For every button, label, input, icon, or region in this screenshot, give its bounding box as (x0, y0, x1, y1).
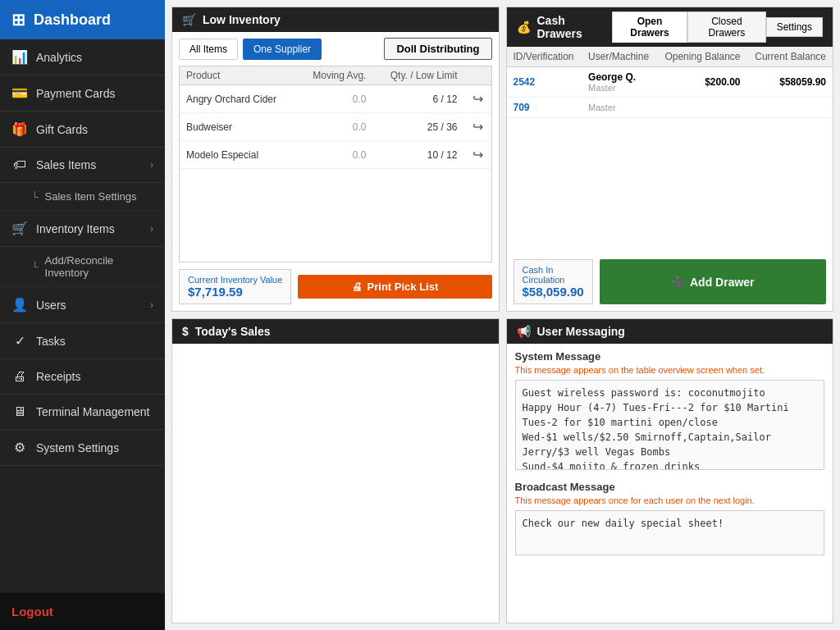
sidebar-item-gift-cards[interactable]: 🎁 Gift Cards (0, 112, 165, 148)
sidebar-header[interactable]: ⊞ Dashboard (0, 0, 165, 39)
moving-avg-cell: 0.0 (297, 85, 372, 113)
product-cell: Angry Orchard Cider (180, 85, 297, 113)
payment-cards-icon: 💳 (11, 85, 28, 101)
chevron-right-icon: › (150, 299, 153, 311)
drawer-user-cell: George Q. Master (582, 67, 657, 98)
tasks-icon: ✓ (11, 333, 28, 349)
one-supplier-button[interactable]: One Supplier (243, 39, 322, 60)
action-cell[interactable]: ↪ (464, 113, 491, 141)
add-icon: ➕ (671, 276, 685, 289)
low-inventory-panel: 🛒 Low Inventory All Items One Supplier D… (171, 7, 500, 312)
action-cell[interactable]: ↪ (464, 85, 491, 113)
sidebar-item-terminal-management[interactable]: 🖥 Terminal Management (0, 395, 165, 430)
drawer-opening-balance-cell (657, 98, 747, 118)
user-messaging-title: User Messaging (537, 325, 625, 338)
sidebar-item-label: Tasks (36, 335, 66, 348)
broadcast-message-hint: This message appears once for each user … (515, 495, 825, 505)
qty-low-limit-cell: 10 / 12 (372, 141, 463, 169)
add-drawer-button[interactable]: ➕ Add Drawer (600, 259, 826, 304)
system-settings-icon: ⚙ (11, 440, 28, 455)
chevron-right-icon: › (150, 159, 153, 171)
dashboard-icon: ⊞ (11, 10, 25, 30)
sidebar-item-payment-cards[interactable]: 💳 Payment Cards (0, 75, 165, 112)
qty-low-limit-cell: 6 / 12 (372, 85, 463, 113)
sidebar-item-label: System Settings (36, 441, 119, 454)
sidebar-item-label: Receipts (36, 370, 80, 383)
cash-drawers-tabs: Open Drawers Closed Drawers Settings (612, 11, 823, 43)
sidebar-item-tasks[interactable]: ✓ Tasks (0, 323, 165, 359)
moving-avg-cell: 0.0 (297, 113, 372, 141)
table-row: Budweiser 0.0 25 / 36 ↪ (180, 113, 491, 141)
table-row: Angry Orchard Cider 0.0 6 / 12 ↪ (180, 85, 491, 113)
drawer-user-cell: Master (582, 98, 657, 118)
sidebar-item-system-settings[interactable]: ⚙ System Settings (0, 430, 165, 466)
sidebar-subitem-add-reconcile[interactable]: └ Add/ReconcileInventory (0, 247, 165, 287)
cash-in-circulation-value: $58,059.90 (523, 285, 584, 299)
sidebar-header-label: Dashboard (34, 11, 111, 29)
low-inventory-header: 🛒 Low Inventory (172, 7, 499, 32)
gift-cards-icon: 🎁 (11, 121, 28, 137)
sidebar-item-inventory-items[interactable]: 🛒 Inventory Items › (0, 211, 165, 247)
system-message-textarea[interactable] (515, 380, 825, 470)
table-row: 2542 George Q. Master $200.00 $58059.90 (507, 67, 833, 98)
receipts-icon: 🖨 (11, 369, 28, 384)
sub-arrow-icon: └ (31, 191, 39, 203)
qty-low-limit-col-header: Qty. / Low Limit (372, 66, 463, 85)
action-col-header (464, 66, 491, 85)
sidebar-subitem-sales-item-settings[interactable]: └ Sales Item Settings (0, 183, 165, 211)
drawer-id-cell: 2542 (507, 67, 582, 98)
broadcast-message-textarea[interactable] (515, 510, 825, 555)
sidebar-item-label: Analytics (36, 51, 82, 64)
sidebar-item-label: Inventory Items (36, 222, 115, 235)
logout-label: Logout (11, 605, 53, 619)
current-inventory-value-label: Current Inventory Value (188, 275, 282, 285)
sub-arrow-icon: └ (31, 261, 39, 272)
tab-settings[interactable]: Settings (766, 17, 823, 37)
print-icon: 🖨 (352, 281, 363, 293)
sidebar-item-label: Terminal Management (36, 405, 150, 418)
low-inventory-title: Low Inventory (203, 13, 281, 26)
user-messaging-body: System Message This message appears on t… (507, 344, 833, 623)
todays-sales-title: Today's Sales (195, 325, 271, 338)
drawer-id-cell: 709 (507, 98, 582, 118)
tab-closed-drawers[interactable]: Closed Drawers (687, 11, 766, 43)
qty-low-limit-cell: 25 / 36 (372, 113, 463, 141)
tab-open-drawers[interactable]: Open Drawers (612, 11, 687, 43)
analytics-icon: 📊 (11, 49, 28, 65)
cash-drawers-panel: 💰 Cash Drawers Open Drawers Closed Drawe… (506, 7, 834, 312)
inventory-footer: Current Inventory Value $7,719.59 🖨 Prin… (172, 262, 499, 311)
add-drawer-label: Add Drawer (690, 276, 755, 289)
main-content: 🛒 Low Inventory All Items One Supplier D… (165, 0, 840, 630)
action-cell[interactable]: ↪ (464, 141, 491, 169)
low-inventory-toolbar: All Items One Supplier Doll Distributing (172, 32, 499, 66)
user-machine-col-header: User/Machine (582, 47, 657, 67)
dollar-icon: $ (182, 325, 189, 338)
sidebar-item-sales-items[interactable]: 🏷 Sales Items › (0, 148, 165, 183)
moving-avg-cell: 0.0 (297, 141, 372, 169)
drawer-table-container: ID/Verification User/Machine Opening Bal… (507, 47, 833, 253)
all-items-button[interactable]: All Items (179, 39, 238, 60)
sidebar-item-analytics[interactable]: 📊 Analytics (0, 39, 165, 75)
current-inventory-value-box: Current Inventory Value $7,719.59 (179, 269, 291, 304)
chevron-right-icon: › (150, 223, 153, 235)
sidebar-item-receipts[interactable]: 🖨 Receipts (0, 359, 165, 395)
terminal-icon: 🖥 (11, 404, 28, 419)
cash-in-circulation-box: Cash In Circulation $58,059.90 (514, 259, 593, 304)
broadcast-message-label: Broadcast Message (515, 481, 825, 493)
inventory-table: Product Moving Avg. Qty. / Low Limit Ang… (180, 66, 491, 169)
print-pick-list-button[interactable]: 🖨 Print Pick List (298, 275, 491, 299)
sidebar: ⊞ Dashboard 📊 Analytics 💳 Payment Cards … (0, 0, 165, 630)
sidebar-item-label: Users (36, 299, 66, 312)
todays-sales-body (172, 344, 499, 623)
logout-button[interactable]: Logout (0, 593, 165, 630)
current-inventory-value: $7,719.59 (188, 285, 282, 299)
supplier-name-button[interactable]: Doll Distributing (384, 38, 491, 60)
drawer-current-balance-cell: $58059.90 (747, 67, 833, 98)
cart-icon: 🛒 (182, 13, 196, 26)
drawer-table: ID/Verification User/Machine Opening Bal… (507, 47, 833, 118)
sidebar-item-label: Payment Cards (36, 87, 115, 100)
cash-in-circulation-label: Cash In Circulation (523, 265, 584, 285)
megaphone-icon: 📢 (517, 325, 531, 338)
todays-sales-header: $ Today's Sales (172, 319, 499, 344)
sidebar-item-users[interactable]: 👤 Users › (0, 287, 165, 323)
